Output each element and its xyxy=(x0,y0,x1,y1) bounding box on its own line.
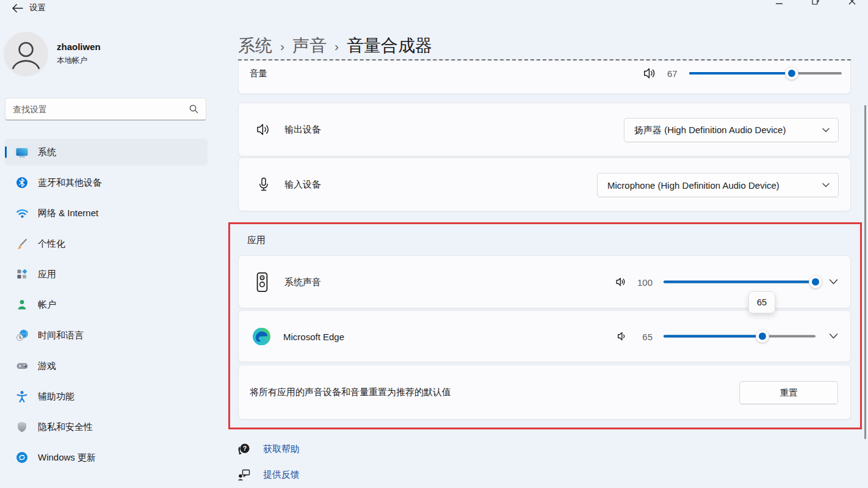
output-device-select[interactable]: 扬声器 (High Definition Audio Device) xyxy=(624,118,839,142)
breadcrumb-sound[interactable]: 声音 xyxy=(292,34,327,57)
sidebar-item-accessibility[interactable]: 辅助功能 xyxy=(5,383,208,410)
back-arrow-icon xyxy=(12,4,23,13)
user-account-type: 本地帐户 xyxy=(57,56,87,66)
user-name: zhaoliwen xyxy=(57,42,101,52)
app-volume-value: 65 xyxy=(632,331,653,341)
speaker-icon[interactable] xyxy=(615,277,627,287)
svg-text:?: ? xyxy=(243,445,247,452)
reset-card: 将所有应用的声音设备和音量重置为推荐的默认值 重置 xyxy=(238,365,851,420)
page-title: 音量合成器 xyxy=(347,34,432,57)
expand-chevron-icon[interactable] xyxy=(829,333,838,340)
search-box[interactable] xyxy=(5,98,206,120)
input-device-value: Microphone (High Definition Audio Device… xyxy=(598,180,816,191)
input-device-select[interactable]: Microphone (High Definition Audio Device… xyxy=(597,173,839,197)
close-button[interactable] xyxy=(838,0,866,8)
speaker-icon[interactable] xyxy=(643,67,657,79)
app-volume-value: 100 xyxy=(632,277,653,287)
accessibility-icon xyxy=(15,390,29,403)
breadcrumb: 系统 › 声音 › 音量合成器 xyxy=(238,34,432,57)
get-help-link[interactable]: ? 获取帮助 xyxy=(237,442,300,456)
slider-thumb[interactable] xyxy=(785,67,798,80)
sidebar-item-label: 应用 xyxy=(38,269,56,280)
minimize-icon xyxy=(776,0,783,4)
breadcrumb-separator: › xyxy=(280,38,284,54)
back-button[interactable] xyxy=(9,1,25,15)
chevron-down-icon xyxy=(822,183,830,188)
sidebar-item-accounts[interactable]: 帐户 xyxy=(5,291,208,318)
apps-icon xyxy=(15,268,29,281)
breadcrumb-system[interactable]: 系统 xyxy=(238,34,272,57)
gamepad-icon xyxy=(15,359,29,373)
sidebar-item-time-language[interactable]: 时间和语言 xyxy=(5,322,208,349)
reset-button[interactable]: 重置 xyxy=(739,381,838,404)
volume-slider[interactable] xyxy=(689,72,842,75)
sidebar-item-label: 蓝牙和其他设备 xyxy=(38,177,102,189)
sidebar-item-privacy-security[interactable]: 隐私和安全性 xyxy=(5,413,208,440)
slider-thumb[interactable] xyxy=(809,275,822,289)
edge-volume-slider[interactable] xyxy=(664,335,816,338)
sidebar-nav: 系统 蓝牙和其他设备 网络 & Internet 个性化 应用 xyxy=(5,139,208,475)
apps-section-title: 应用 xyxy=(247,235,266,246)
chevron-down-icon xyxy=(822,128,830,133)
time-language-icon xyxy=(15,329,29,342)
search-input[interactable] xyxy=(5,104,189,114)
volume-card: 音量 67 xyxy=(238,61,851,94)
output-device-card: 输出设备 扬声器 (High Definition Audio Device) xyxy=(238,103,851,156)
slider-value-tooltip: 65 xyxy=(748,291,775,313)
brush-icon xyxy=(15,237,29,250)
avatar[interactable] xyxy=(4,32,48,76)
person-icon xyxy=(4,32,48,76)
microsoft-edge-row: Microsoft Edge 65 xyxy=(238,310,851,362)
feedback-label: 提供反馈 xyxy=(263,469,300,481)
windows-update-icon xyxy=(15,451,29,464)
sidebar-item-label: 个性化 xyxy=(38,238,65,250)
volume-label: 音量 xyxy=(250,68,267,79)
sidebar-item-label: 隐私和安全性 xyxy=(38,421,93,433)
reset-description: 将所有应用的声音设备和音量重置为推荐的默认值 xyxy=(250,387,451,398)
microphone-icon xyxy=(258,177,270,192)
vertical-scrollbar[interactable] xyxy=(864,105,866,439)
sidebar-item-system[interactable]: 系统 xyxy=(5,139,208,166)
restore-icon xyxy=(812,0,819,5)
app-name: 系统声音 xyxy=(284,276,321,288)
breadcrumb-separator: › xyxy=(335,38,339,54)
slider-fill xyxy=(689,72,792,75)
sidebar-item-label: 帐户 xyxy=(38,299,56,311)
system-sounds-slider[interactable] xyxy=(664,281,816,283)
output-device-label: 输出设备 xyxy=(284,124,321,136)
sidebar-item-label: 系统 xyxy=(38,147,56,158)
search-icon[interactable] xyxy=(189,104,198,114)
sidebar-item-windows-update[interactable]: Windows 更新 xyxy=(5,444,208,471)
input-device-label: 输入设备 xyxy=(284,179,321,191)
wifi-icon xyxy=(15,206,29,220)
sidebar-item-label: 辅助功能 xyxy=(38,391,74,402)
window-title: 设置 xyxy=(29,2,46,13)
slider-fill xyxy=(664,335,762,338)
speaker-icon[interactable] xyxy=(617,332,627,341)
sidebar-item-label: 网络 & Internet xyxy=(38,208,98,219)
app-name: Microsoft Edge xyxy=(283,331,344,341)
slider-thumb[interactable] xyxy=(756,330,769,343)
focus-outline xyxy=(238,59,851,60)
system-icon xyxy=(15,145,29,159)
close-icon xyxy=(848,0,856,5)
minimize-button[interactable] xyxy=(765,0,793,8)
sidebar-item-label: 游戏 xyxy=(38,360,56,372)
get-help-label: 获取帮助 xyxy=(263,443,300,455)
restore-button[interactable] xyxy=(801,0,830,8)
bluetooth-icon xyxy=(15,176,29,189)
expand-chevron-icon[interactable] xyxy=(829,279,838,285)
selected-indicator xyxy=(5,147,7,158)
settings-window: 设置 zhaoliwen 本地帐户 系统 xyxy=(0,0,868,488)
slider-fill xyxy=(664,281,816,283)
sidebar-item-label: 时间和语言 xyxy=(38,330,84,341)
feedback-link[interactable]: 提供反馈 xyxy=(237,468,300,482)
sidebar-item-network-internet[interactable]: 网络 & Internet xyxy=(5,200,208,227)
sidebar-item-gaming[interactable]: 游戏 xyxy=(5,352,208,379)
sidebar-item-apps[interactable]: 应用 xyxy=(5,261,208,288)
sidebar-item-personalization[interactable]: 个性化 xyxy=(5,230,208,257)
help-bubble-icon: ? xyxy=(237,442,251,456)
system-sounds-icon xyxy=(256,272,269,293)
speaker-icon xyxy=(256,123,272,136)
sidebar-item-bluetooth-devices[interactable]: 蓝牙和其他设备 xyxy=(5,169,208,196)
